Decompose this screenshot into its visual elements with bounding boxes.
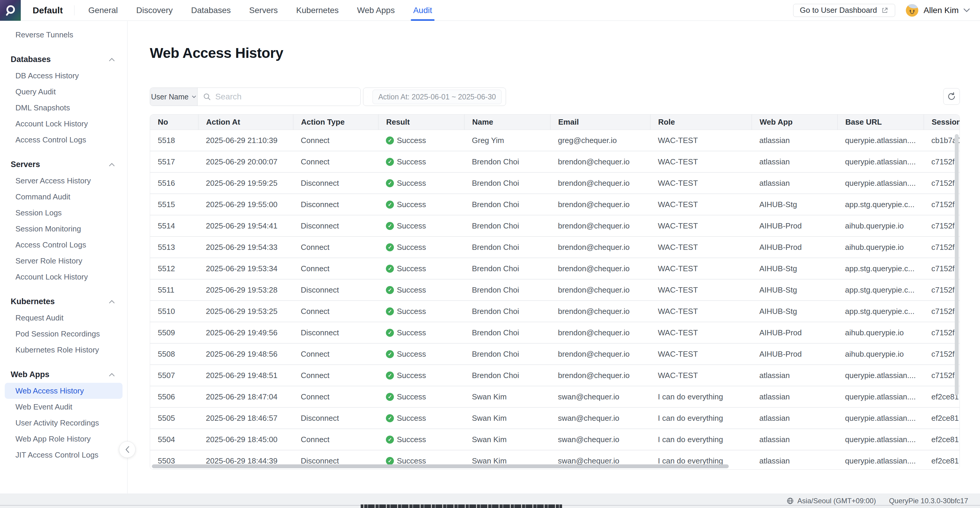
- success-check-icon: ✓: [386, 201, 394, 209]
- sidebar-item-web-access-history[interactable]: Web Access History: [5, 383, 123, 399]
- cell-role: WAC-TEST: [650, 307, 752, 316]
- cell-action_type: Disconnect: [293, 328, 378, 338]
- table-row[interactable]: 55112025-06-29 19:53:28Disconnect✓Succes…: [150, 280, 959, 301]
- sidebar-collapse-button[interactable]: [119, 441, 135, 458]
- nav-item-discovery[interactable]: Discovery: [136, 0, 173, 21]
- sidebar-item-db-access-history[interactable]: DB Access History: [0, 68, 127, 84]
- nav-item-general[interactable]: General: [88, 0, 118, 21]
- sidebar-section-databases[interactable]: Databases: [0, 51, 127, 68]
- cell-web_app: AIHUB-Prod: [752, 350, 837, 359]
- sidebar-item-reverse-tunnels[interactable]: Reverse Tunnels: [0, 27, 127, 43]
- table-body: 55182025-06-29 21:10:39Connect✓SuccessGr…: [150, 130, 959, 470]
- column-header-no[interactable]: No: [150, 115, 198, 130]
- nav-item-servers[interactable]: Servers: [249, 0, 278, 21]
- refresh-button[interactable]: [943, 88, 960, 105]
- table-row[interactable]: 55132025-06-29 19:54:33Connect✓SuccessBr…: [150, 237, 959, 258]
- column-header-base-url[interactable]: Base URL: [837, 115, 924, 130]
- chevron-down-icon[interactable]: [963, 8, 970, 13]
- cell-action_type: Connect: [293, 157, 378, 166]
- cell-session_id: ef2ce81: [924, 456, 960, 465]
- cell-no: 5503: [150, 456, 198, 465]
- sidebar-item-web-event-audit[interactable]: Web Event Audit: [0, 399, 127, 415]
- cell-email: brendon@chequer.io: [550, 264, 650, 273]
- cell-session_id: c7152f6: [924, 243, 960, 252]
- sidebar-item-web-app-role-history[interactable]: Web App Role History: [0, 431, 127, 447]
- sidebar-item-user-activity-recordings[interactable]: User Activity Recordings: [0, 415, 127, 431]
- table-row[interactable]: 55042025-06-29 18:45:00Connect✓SuccessSw…: [150, 429, 959, 451]
- cell-web_app: atlassian: [752, 456, 837, 465]
- column-header-web-app[interactable]: Web App: [752, 115, 837, 130]
- sidebar-item-account-lock-history[interactable]: Account Lock History: [0, 269, 127, 285]
- filter-funnel-icon[interactable]: [368, 92, 368, 101]
- sidebar-item-pod-session-recordings[interactable]: Pod Session Recordings: [0, 326, 127, 342]
- cell-name: Swan Kim: [464, 456, 550, 465]
- sidebar-item-account-lock-history[interactable]: Account Lock History: [0, 116, 127, 132]
- table-row[interactable]: 55072025-06-29 19:48:51Connect✓SuccessBr…: [150, 365, 959, 386]
- user-name[interactable]: Allen Kim: [924, 6, 959, 15]
- sidebar-item-session-logs[interactable]: Session Logs: [0, 205, 127, 221]
- table-row[interactable]: 55052025-06-29 18:46:57Disconnect✓Succes…: [150, 408, 959, 429]
- chevron-down-icon: [192, 95, 196, 98]
- table-row[interactable]: 55102025-06-29 19:53:25Connect✓SuccessBr…: [150, 301, 959, 322]
- cell-no: 5518: [150, 136, 198, 145]
- cell-result: ✓Success: [378, 307, 464, 316]
- cell-action_at: 2025-06-29 19:48:56: [198, 350, 293, 359]
- cell-web_app: AIHUB-Stg: [752, 285, 837, 295]
- horizontal-scrollbar[interactable]: [152, 464, 729, 468]
- avatar[interactable]: [906, 4, 918, 17]
- avatar-eye: [910, 10, 911, 12]
- column-header-name[interactable]: Name: [464, 115, 550, 130]
- table-row[interactable]: 55062025-06-29 18:47:04Connect✓SuccessSw…: [150, 386, 959, 408]
- sidebar-item-dml-snapshots[interactable]: DML Snapshots: [0, 100, 127, 116]
- sidebar-section-servers[interactable]: Servers: [0, 156, 127, 173]
- column-header-session-id[interactable]: Session ID: [924, 115, 960, 130]
- sidebar-section-kubernetes[interactable]: Kubernetes: [0, 293, 127, 310]
- nav-item-audit[interactable]: Audit: [413, 0, 432, 21]
- cell-role: WAC-TEST: [650, 264, 752, 273]
- table-row[interactable]: 55152025-06-29 19:55:00Disconnect✓Succes…: [150, 194, 959, 215]
- chevron-up-icon: [109, 57, 115, 61]
- table-row[interactable]: 55182025-06-29 21:10:39Connect✓SuccessGr…: [150, 130, 959, 151]
- querypie-logo[interactable]: [0, 0, 21, 21]
- workspace-name[interactable]: Default: [33, 5, 63, 16]
- main-content: Web Access History User Name Action At: [128, 21, 980, 494]
- nav-item-web-apps[interactable]: Web Apps: [357, 0, 395, 21]
- search-input[interactable]: [215, 92, 360, 102]
- success-check-icon: ✓: [386, 307, 394, 315]
- cell-email: swan@chequer.io: [550, 456, 650, 465]
- table-row[interactable]: 55162025-06-29 19:59:25Disconnect✓Succes…: [150, 173, 959, 194]
- nav-item-databases[interactable]: Databases: [191, 0, 231, 21]
- sidebar-item-request-audit[interactable]: Request Audit: [0, 310, 127, 326]
- cell-session_id: c7152f6: [924, 157, 960, 166]
- sidebar-item-server-access-history[interactable]: Server Access History: [0, 173, 127, 189]
- sidebar-item-kubernetes-role-history[interactable]: Kubernetes Role History: [0, 342, 127, 358]
- go-to-user-dashboard-button[interactable]: Go to User Dashboard: [793, 4, 895, 17]
- column-header-email[interactable]: Email: [550, 115, 650, 130]
- table-row[interactable]: 55142025-06-29 19:54:41Disconnect✓Succes…: [150, 215, 959, 237]
- cell-email: brendon@chequer.io: [550, 371, 650, 380]
- sidebar-section-web-apps[interactable]: Web Apps: [0, 366, 127, 383]
- search-field-selector[interactable]: User Name: [150, 88, 197, 106]
- vertical-scrollbar[interactable]: [955, 134, 959, 395]
- sidebar-item-access-control-logs[interactable]: Access Control Logs: [0, 237, 127, 253]
- action-at-date-chip[interactable]: Action At: 2025-06-01 ~ 2025-06-30: [372, 89, 501, 104]
- column-header-action-at[interactable]: Action At: [198, 115, 293, 130]
- sidebar-item-access-control-logs[interactable]: Access Control Logs: [0, 132, 127, 148]
- sidebar-item-jit-access-control-logs[interactable]: JIT Access Control Logs: [0, 447, 127, 463]
- sidebar-item-query-audit[interactable]: Query Audit: [0, 84, 127, 100]
- cell-session_id: c7152f6: [924, 285, 960, 295]
- column-header-role[interactable]: Role: [650, 115, 752, 130]
- table-row[interactable]: 55172025-06-29 20:00:07Connect✓SuccessBr…: [150, 151, 959, 173]
- cell-no: 5508: [150, 350, 198, 359]
- sidebar-item-server-role-history[interactable]: Server Role History: [0, 253, 127, 269]
- column-header-action-type[interactable]: Action Type: [293, 115, 378, 130]
- result-text: Success: [397, 307, 426, 316]
- column-header-result[interactable]: Result: [378, 115, 464, 130]
- table-row[interactable]: 55082025-06-29 19:48:56Connect✓SuccessBr…: [150, 344, 959, 365]
- sidebar-item-command-audit[interactable]: Command Audit: [0, 189, 127, 205]
- cell-no: 5516: [150, 178, 198, 188]
- sidebar-item-session-monitoring[interactable]: Session Monitoring: [0, 221, 127, 237]
- nav-item-kubernetes[interactable]: Kubernetes: [296, 0, 339, 21]
- table-row[interactable]: 55092025-06-29 19:49:56Disconnect✓Succes…: [150, 322, 959, 344]
- table-row[interactable]: 55122025-06-29 19:53:34Connect✓SuccessBr…: [150, 258, 959, 280]
